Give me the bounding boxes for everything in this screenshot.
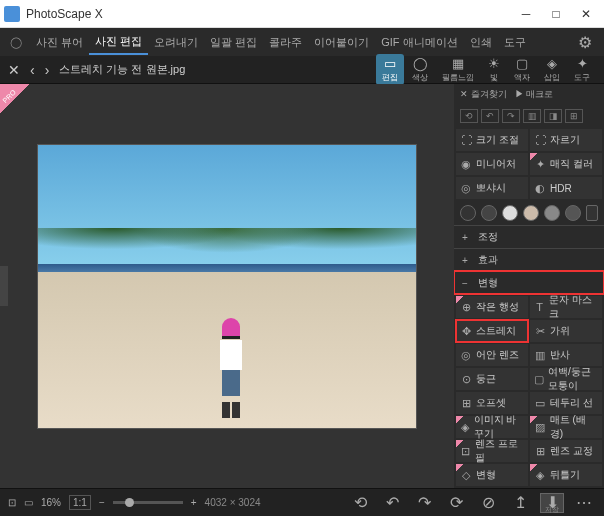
crop-button[interactable]: ⛶자르기 — [530, 129, 602, 151]
zoom-out-button[interactable]: − — [99, 497, 105, 508]
transform-뒤틀기[interactable]: ◈뒤틀기 — [530, 464, 602, 486]
menu-batch[interactable]: 일괄 편집 — [204, 31, 263, 54]
transform-icon-15: ◈ — [534, 469, 546, 481]
transform-grid: ⊕작은 행성T문자 마스크✥스트레치✂가위◎어안 렌즈▥반사⊙둥근▢여백/둥근 … — [454, 294, 604, 488]
resize-button[interactable]: ⛶크기 조절 — [456, 129, 528, 151]
compare-split-icon[interactable]: ◨ — [544, 109, 562, 123]
favorites-button[interactable]: ✕ 즐겨찾기 — [460, 88, 507, 101]
tool-tab-edit[interactable]: ▭편집 — [376, 54, 404, 85]
tool-tab-tools[interactable]: ✦도구 — [568, 54, 596, 85]
canvas-area[interactable] — [0, 84, 454, 488]
transform-icon-7: ▢ — [534, 373, 544, 385]
close-file-icon[interactable]: ✕ — [8, 62, 20, 78]
transform-icon-5: ▥ — [534, 349, 546, 361]
preset-7[interactable] — [586, 205, 598, 221]
history-undo-all-icon[interactable]: ⟲ — [348, 493, 372, 513]
zoom-percent[interactable]: 16% — [41, 497, 61, 508]
tool-tab-frame[interactable]: ▢액자 — [508, 54, 536, 85]
transform-문자 마스크[interactable]: T문자 마스크 — [530, 296, 602, 318]
revert-icon[interactable]: ⊘ — [476, 493, 500, 513]
transform-매트 (배경)[interactable]: ▨매트 (배경) — [530, 416, 602, 438]
prev-file-icon[interactable]: ‹ — [30, 62, 35, 78]
preset-3[interactable] — [502, 205, 518, 221]
close-button[interactable]: ✕ — [580, 8, 592, 20]
section-effect[interactable]: +효과 — [454, 248, 604, 271]
transform-icon-12: ⊡ — [460, 445, 471, 457]
settings-icon[interactable]: ⚙ — [570, 29, 600, 56]
zoom-slider[interactable] — [113, 501, 183, 504]
undo-icon[interactable]: ↶ — [481, 109, 499, 123]
transform-스트레치[interactable]: ✥스트레치 — [456, 320, 528, 342]
transform-렌즈 프로필[interactable]: ⊡렌즈 프로필 — [456, 440, 528, 462]
menu-combine[interactable]: 이어붙이기 — [308, 31, 375, 54]
miniature-button[interactable]: ◉미니어처 — [456, 153, 528, 175]
menu-editor[interactable]: 사진 편집 — [89, 30, 148, 55]
menu-tools[interactable]: 도구 — [498, 31, 532, 54]
zoom-in-button[interactable]: + — [191, 497, 197, 508]
crop-icon: ⛶ — [534, 134, 546, 146]
hdr-button[interactable]: ◐HDR — [530, 177, 602, 199]
sidebar-expand-handle[interactable] — [0, 266, 8, 306]
hdr-icon: ◐ — [534, 182, 546, 194]
menu-viewer[interactable]: 사진 뷰어 — [30, 31, 89, 54]
menu-cutout[interactable]: 오려내기 — [148, 31, 204, 54]
section-adjust[interactable]: +조정 — [454, 225, 604, 248]
transform-변형[interactable]: ◇변형 — [456, 464, 528, 486]
selection-tool-icon[interactable]: ⊡ — [8, 497, 16, 508]
minimize-button[interactable]: ─ — [520, 8, 532, 20]
grid-icon[interactable]: ⊞ — [565, 109, 583, 123]
more-icon[interactable]: ⋯ — [572, 493, 596, 513]
preset-1[interactable] — [460, 205, 476, 221]
pro-badge — [0, 84, 30, 114]
transform-어안 렌즈[interactable]: ◎어안 렌즈 — [456, 344, 528, 366]
macro-button[interactable]: ▶ 매크로 — [515, 88, 554, 101]
marquee-tool-icon[interactable]: ▭ — [24, 497, 33, 508]
history-redo-all-icon[interactable]: ⟳ — [444, 493, 468, 513]
menubar-back[interactable]: ◯ — [4, 32, 28, 53]
tool-tab-color[interactable]: ◯색상 — [406, 54, 434, 85]
tool-tab-insert[interactable]: ◈삽입 — [538, 54, 566, 85]
transform-테두리 선[interactable]: ▭테두리 선 — [530, 392, 602, 414]
resize-icon: ⛶ — [460, 134, 472, 146]
preset-4[interactable] — [523, 205, 539, 221]
magic-color-icon: ✦ — [534, 158, 546, 170]
save-button[interactable]: ⬇저장 — [540, 493, 564, 513]
app-icon — [4, 6, 20, 22]
transform-icon-14: ◇ — [460, 469, 472, 481]
section-transform[interactable]: −변형 — [454, 271, 604, 294]
menu-collage[interactable]: 콜라주 — [263, 31, 308, 54]
transform-작은 행성[interactable]: ⊕작은 행성 — [456, 296, 528, 318]
transform-여백/둥근 모퉁이[interactable]: ▢여백/둥근 모퉁이 — [530, 368, 602, 390]
history-undo-icon[interactable]: ↶ — [380, 493, 404, 513]
undo-all-icon[interactable]: ⟲ — [460, 109, 478, 123]
redo-icon[interactable]: ↷ — [502, 109, 520, 123]
image-subject — [217, 318, 245, 413]
transform-이미지 바꾸기[interactable]: ◈이미지 바꾸기 — [456, 416, 528, 438]
tool-tab-light[interactable]: ☀빛 — [482, 54, 506, 85]
next-file-icon[interactable]: › — [45, 62, 50, 78]
transform-둥근[interactable]: ⊙둥근 — [456, 368, 528, 390]
transform-icon-4: ◎ — [460, 349, 472, 361]
preset-5[interactable] — [544, 205, 560, 221]
menu-print[interactable]: 인쇄 — [464, 31, 498, 54]
preset-2[interactable] — [481, 205, 497, 221]
zoom-fit-button[interactable]: 1:1 — [69, 495, 91, 510]
menu-gif[interactable]: GIF 애니메이션 — [375, 31, 463, 54]
history-redo-icon[interactable]: ↷ — [412, 493, 436, 513]
tool-tab-film[interactable]: ▦필름느낌 — [436, 54, 480, 85]
share-icon[interactable]: ↥ — [508, 493, 532, 513]
transform-반사[interactable]: ▥반사 — [530, 344, 602, 366]
transform-가위[interactable]: ✂가위 — [530, 320, 602, 342]
transform-오프셋[interactable]: ⊞오프셋 — [456, 392, 528, 414]
miniature-icon: ◉ — [460, 158, 472, 170]
transform-icon-3: ✂ — [534, 325, 546, 337]
magic-color-button[interactable]: ✦매직 컬러 — [530, 153, 602, 175]
transform-렌즈 교정[interactable]: ⊞렌즈 교정 — [530, 440, 602, 462]
preset-6[interactable] — [565, 205, 581, 221]
transform-icon-11: ▨ — [534, 421, 546, 433]
compare-icon[interactable]: ▥ — [523, 109, 541, 123]
canvas-image[interactable] — [37, 144, 417, 429]
bottombar: ⊡ ▭ 16% 1:1 − + 4032 × 3024 ⟲ ↶ ↷ ⟳ ⊘ ↥ … — [0, 488, 604, 516]
bloom-button[interactable]: ◎뽀샤시 — [456, 177, 528, 199]
maximize-button[interactable]: □ — [550, 8, 562, 20]
